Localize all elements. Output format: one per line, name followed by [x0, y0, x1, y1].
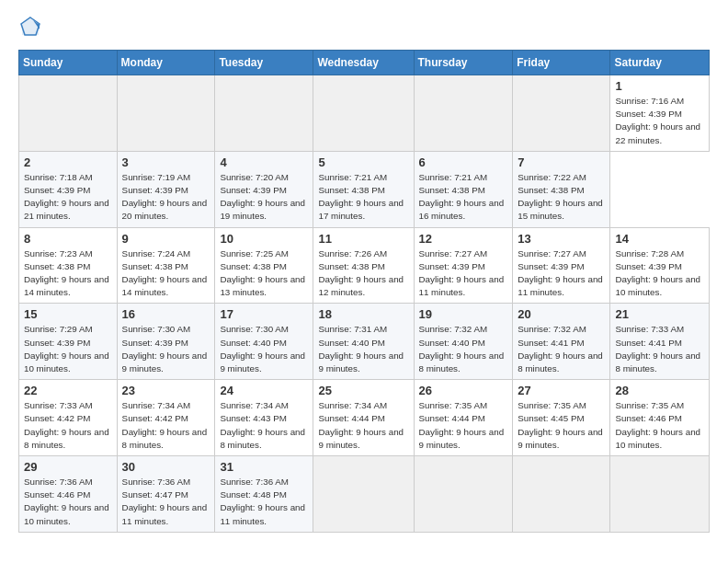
calendar-cell: 13Sunrise: 7:27 AM Sunset: 4:39 PM Dayli…: [513, 227, 610, 304]
day-number: 18: [318, 307, 408, 321]
day-info: Sunrise: 7:20 AM Sunset: 4:39 PM Dayligh…: [220, 171, 308, 224]
calendar-cell: [513, 456, 610, 533]
day-number: 24: [220, 384, 308, 397]
day-header-sunday: Sunday: [19, 51, 118, 75]
day-number: 2: [24, 155, 112, 169]
calendar-cell: [117, 75, 215, 152]
calendar-cell: 29Sunrise: 7:36 AM Sunset: 4:46 PM Dayli…: [19, 456, 118, 533]
day-info: Sunrise: 7:34 AM Sunset: 4:42 PM Dayligh…: [122, 399, 210, 452]
calendar-header-row: SundayMondayTuesdayWednesdayThursdayFrid…: [19, 51, 710, 75]
calendar-cell: 17Sunrise: 7:30 AM Sunset: 4:40 PM Dayli…: [215, 304, 313, 380]
day-number: 17: [220, 307, 308, 321]
day-info: Sunrise: 7:36 AM Sunset: 4:46 PM Dayligh…: [24, 476, 112, 528]
day-info: Sunrise: 7:24 AM Sunset: 4:38 PM Dayligh…: [122, 247, 210, 300]
header: [18, 17, 710, 37]
calendar-cell: 30Sunrise: 7:36 AM Sunset: 4:47 PM Dayli…: [117, 456, 215, 533]
calendar-cell: [19, 75, 118, 152]
day-number: 28: [615, 384, 704, 397]
day-info: Sunrise: 7:23 AM Sunset: 4:38 PM Dayligh…: [24, 247, 112, 300]
day-number: 8: [24, 232, 112, 246]
day-header-wednesday: Wednesday: [313, 51, 414, 75]
day-header-tuesday: Tuesday: [215, 51, 313, 75]
day-header-monday: Monday: [117, 51, 215, 75]
day-info: Sunrise: 7:36 AM Sunset: 4:47 PM Dayligh…: [122, 476, 210, 528]
calendar-cell: [313, 75, 414, 152]
calendar-cell: 25Sunrise: 7:34 AM Sunset: 4:44 PM Dayli…: [313, 380, 414, 456]
day-info: Sunrise: 7:28 AM Sunset: 4:39 PM Dayligh…: [615, 247, 704, 300]
day-number: 23: [122, 384, 210, 397]
day-info: Sunrise: 7:21 AM Sunset: 4:38 PM Dayligh…: [318, 171, 408, 224]
day-header-friday: Friday: [513, 51, 610, 75]
calendar-cell: 9Sunrise: 7:24 AM Sunset: 4:38 PM Daylig…: [117, 227, 215, 304]
calendar-week-row: 1Sunrise: 7:16 AM Sunset: 4:39 PM Daylig…: [19, 75, 710, 152]
calendar-cell: 10Sunrise: 7:25 AM Sunset: 4:38 PM Dayli…: [215, 227, 313, 304]
day-info: Sunrise: 7:31 AM Sunset: 4:40 PM Dayligh…: [318, 323, 408, 375]
calendar-cell: 1Sunrise: 7:16 AM Sunset: 4:39 PM Daylig…: [610, 75, 710, 152]
calendar-table: SundayMondayTuesdayWednesdayThursdayFrid…: [18, 50, 710, 533]
day-number: 22: [24, 384, 112, 397]
calendar-cell: [215, 75, 313, 152]
day-number: 16: [122, 307, 210, 321]
calendar-cell: 14Sunrise: 7:28 AM Sunset: 4:39 PM Dayli…: [610, 227, 710, 304]
calendar-cell: 24Sunrise: 7:34 AM Sunset: 4:43 PM Dayli…: [215, 380, 313, 456]
calendar-cell: 26Sunrise: 7:35 AM Sunset: 4:44 PM Dayli…: [414, 380, 513, 456]
calendar-cell: [414, 75, 513, 152]
day-number: 5: [318, 155, 408, 169]
day-number: 9: [122, 232, 210, 246]
day-number: 13: [518, 232, 605, 246]
day-info: Sunrise: 7:21 AM Sunset: 4:38 PM Dayligh…: [419, 171, 508, 224]
logo-icon: [20, 17, 40, 37]
calendar-cell: [313, 456, 414, 533]
day-header-saturday: Saturday: [610, 51, 710, 75]
day-info: Sunrise: 7:35 AM Sunset: 4:44 PM Dayligh…: [419, 399, 508, 452]
calendar-cell: 28Sunrise: 7:35 AM Sunset: 4:46 PM Dayli…: [610, 380, 710, 456]
day-number: 25: [318, 384, 408, 397]
day-info: Sunrise: 7:19 AM Sunset: 4:39 PM Dayligh…: [122, 171, 210, 224]
day-number: 1: [615, 79, 704, 93]
page: SundayMondayTuesdayWednesdayThursdayFrid…: [0, 0, 728, 563]
day-number: 11: [318, 232, 408, 246]
day-info: Sunrise: 7:33 AM Sunset: 4:41 PM Dayligh…: [615, 323, 704, 375]
day-number: 21: [615, 307, 704, 321]
calendar-week-row: 29Sunrise: 7:36 AM Sunset: 4:46 PM Dayli…: [19, 456, 710, 533]
day-number: 19: [419, 307, 508, 321]
day-info: Sunrise: 7:34 AM Sunset: 4:43 PM Dayligh…: [220, 399, 308, 452]
calendar-cell: 2Sunrise: 7:18 AM Sunset: 4:39 PM Daylig…: [19, 151, 118, 227]
calendar-cell: 27Sunrise: 7:35 AM Sunset: 4:45 PM Dayli…: [513, 380, 610, 456]
calendar-week-row: 8Sunrise: 7:23 AM Sunset: 4:38 PM Daylig…: [19, 227, 710, 304]
day-number: 3: [122, 155, 210, 169]
calendar-cell: 11Sunrise: 7:26 AM Sunset: 4:38 PM Dayli…: [313, 227, 414, 304]
calendar-cell: 3Sunrise: 7:19 AM Sunset: 4:39 PM Daylig…: [117, 151, 215, 227]
calendar-cell: 12Sunrise: 7:27 AM Sunset: 4:39 PM Dayli…: [414, 227, 513, 304]
day-number: 27: [518, 384, 605, 397]
calendar-cell: 4Sunrise: 7:20 AM Sunset: 4:39 PM Daylig…: [215, 151, 313, 227]
calendar-cell: 31Sunrise: 7:36 AM Sunset: 4:48 PM Dayli…: [215, 456, 313, 533]
calendar-cell: 21Sunrise: 7:33 AM Sunset: 4:41 PM Dayli…: [610, 304, 710, 380]
day-header-thursday: Thursday: [414, 51, 513, 75]
day-info: Sunrise: 7:35 AM Sunset: 4:46 PM Dayligh…: [615, 399, 704, 452]
logo-area: [18, 17, 42, 37]
day-info: Sunrise: 7:29 AM Sunset: 4:39 PM Dayligh…: [24, 323, 112, 375]
day-number: 31: [220, 460, 308, 474]
day-number: 7: [518, 155, 605, 169]
calendar-cell: [414, 456, 513, 533]
day-number: 20: [518, 307, 605, 321]
logo: [18, 17, 42, 37]
day-info: Sunrise: 7:27 AM Sunset: 4:39 PM Dayligh…: [518, 247, 605, 300]
calendar-cell: 7Sunrise: 7:22 AM Sunset: 4:38 PM Daylig…: [513, 151, 610, 227]
day-info: Sunrise: 7:30 AM Sunset: 4:40 PM Dayligh…: [220, 323, 308, 375]
calendar-cell: 18Sunrise: 7:31 AM Sunset: 4:40 PM Dayli…: [313, 304, 414, 380]
day-number: 4: [220, 155, 308, 169]
calendar-week-row: 15Sunrise: 7:29 AM Sunset: 4:39 PM Dayli…: [19, 304, 710, 380]
calendar-cell: 22Sunrise: 7:33 AM Sunset: 4:42 PM Dayli…: [19, 380, 118, 456]
calendar-cell: 15Sunrise: 7:29 AM Sunset: 4:39 PM Dayli…: [19, 304, 118, 380]
day-number: 29: [24, 460, 112, 474]
calendar-cell: 6Sunrise: 7:21 AM Sunset: 4:38 PM Daylig…: [414, 151, 513, 227]
day-number: 14: [615, 232, 704, 246]
calendar-cell: 5Sunrise: 7:21 AM Sunset: 4:38 PM Daylig…: [313, 151, 414, 227]
day-info: Sunrise: 7:32 AM Sunset: 4:41 PM Dayligh…: [518, 323, 605, 375]
calendar-cell: [610, 456, 710, 533]
calendar-cell: 23Sunrise: 7:34 AM Sunset: 4:42 PM Dayli…: [117, 380, 215, 456]
day-info: Sunrise: 7:16 AM Sunset: 4:39 PM Dayligh…: [615, 95, 704, 147]
day-info: Sunrise: 7:36 AM Sunset: 4:48 PM Dayligh…: [220, 476, 308, 528]
